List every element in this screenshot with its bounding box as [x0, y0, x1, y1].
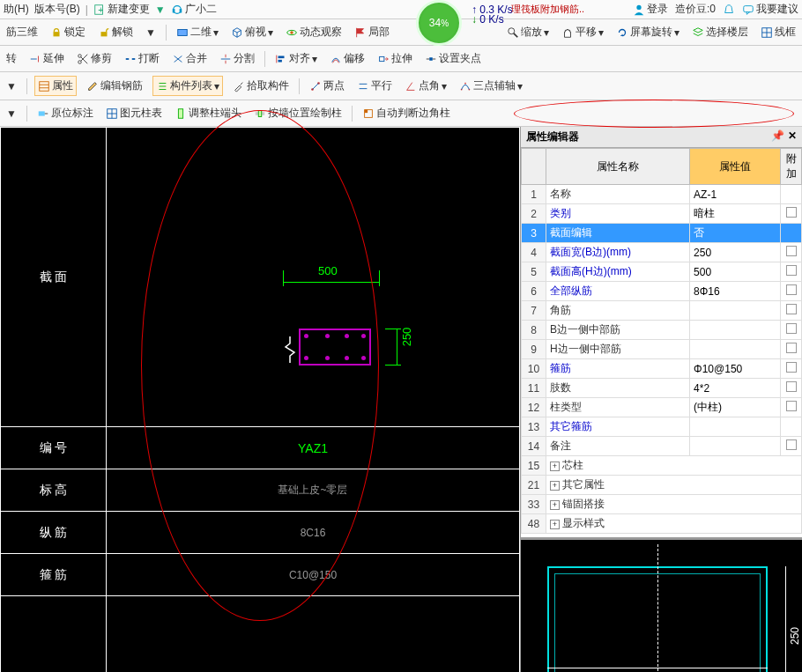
dim-width: 500: [318, 264, 338, 277]
property-table[interactable]: 属性名称 属性值 附加 1名称AZ-12类别暗柱3截面编辑否4截面宽(B边)(m…: [521, 148, 802, 534]
notification-icon[interactable]: [723, 4, 735, 16]
adj-col-end-button[interactable]: 调整柱端头: [172, 104, 244, 122]
menu-version[interactable]: 版本号(B): [34, 2, 80, 17]
wireframe-button[interactable]: 线框: [758, 23, 798, 41]
unlock-button[interactable]: 解锁: [95, 23, 136, 41]
three-aux-axis-button[interactable]: 三点辅轴 ▾: [457, 77, 525, 95]
flag-icon: [354, 26, 367, 39]
view-dropdown[interactable]: ▼: [143, 25, 159, 41]
two-point-button[interactable]: 两点: [307, 77, 347, 95]
elev-value: 基础上皮~零层: [278, 484, 347, 496]
property-group-row[interactable]: 48+显示样式: [522, 514, 802, 534]
property-row[interactable]: 4截面宽(B边)(mm)250: [522, 243, 802, 262]
top-view-button[interactable]: 俯视 ▾: [228, 23, 276, 41]
property-row[interactable]: 7角筋: [522, 301, 802, 321]
offset-button[interactable]: 偏移: [327, 49, 368, 68]
attach-checkbox[interactable]: [786, 439, 797, 450]
select-floor-button[interactable]: 选择楼层: [689, 23, 751, 41]
break-button[interactable]: 打断: [122, 49, 162, 68]
two-pt-icon: [309, 80, 322, 92]
property-row[interactable]: 1名称AZ-1: [522, 185, 802, 204]
svg-line-13: [514, 33, 517, 36]
parallel-button[interactable]: 平行: [354, 77, 395, 95]
expand-icon[interactable]: +: [550, 520, 560, 529]
align-button[interactable]: 对齐 ▾: [272, 49, 320, 68]
grip-button[interactable]: 设置夹点: [422, 49, 484, 68]
attach-checkbox[interactable]: [786, 304, 797, 314]
property-row[interactable]: 12柱类型(中柱): [522, 398, 802, 417]
attribute-button[interactable]: 属性: [34, 76, 77, 96]
extend-button[interactable]: 延伸: [26, 49, 67, 68]
attach-checkbox[interactable]: [786, 323, 797, 334]
pencil-icon: [86, 80, 99, 92]
split-button[interactable]: 分割: [217, 49, 257, 68]
property-group-row[interactable]: 21+其它属性: [522, 476, 802, 495]
property-row[interactable]: 2类别暗柱: [522, 204, 802, 224]
expand-icon[interactable]: +: [550, 462, 560, 471]
close-icon[interactable]: ✕: [788, 129, 797, 144]
component-list-button[interactable]: 构件列表 ▾: [152, 76, 223, 96]
property-group-row[interactable]: 33+锚固搭接: [522, 495, 802, 514]
property-row[interactable]: 8B边一侧中部筋: [522, 321, 802, 340]
cost-beans[interactable]: 造价豆:0: [675, 2, 716, 17]
property-row[interactable]: 14备注: [522, 437, 802, 456]
speed-badge[interactable]: 34%: [416, 0, 462, 46]
cad-canvas[interactable]: 截 面 500 250: [0, 127, 520, 672]
2d-button[interactable]: 二维 ▾: [174, 23, 221, 41]
col-name[interactable]: 属性名称: [546, 149, 690, 185]
expand-icon[interactable]: +: [550, 500, 560, 510]
lock-button[interactable]: 锁定: [48, 23, 88, 41]
attach-checkbox[interactable]: [786, 265, 797, 276]
pan-button[interactable]: 平移 ▾: [559, 23, 606, 41]
suggest-link[interactable]: 我要建议: [742, 2, 798, 17]
point-angle-button[interactable]: 点角 ▾: [402, 77, 449, 95]
section-preview[interactable]: 250 250 125 125: [521, 537, 802, 672]
property-row[interactable]: 3截面编辑否: [522, 224, 802, 243]
menu-guangxiaoer[interactable]: 广小二: [171, 2, 217, 17]
col-table-button[interactable]: 图元柱表: [103, 104, 165, 122]
menu-dropdown[interactable]: ▼: [155, 4, 166, 16]
login-link[interactable]: 登录: [633, 2, 668, 17]
merge-button[interactable]: 合并: [169, 49, 210, 68]
rebar-3d-button[interactable]: 筋三维: [4, 23, 41, 41]
attach-checkbox[interactable]: [786, 362, 797, 373]
gen-dropdown[interactable]: ▼: [4, 78, 19, 94]
property-row[interactable]: 6全部纵筋8Φ16: [522, 282, 802, 301]
property-row[interactable]: 9H边一侧中部筋: [522, 340, 802, 359]
orig-label-button[interactable]: 原位标注: [34, 104, 96, 122]
property-row[interactable]: 11肢数4*2: [522, 379, 802, 398]
rotate-button[interactable]: 转: [4, 49, 19, 68]
menu-help[interactable]: 助(H): [4, 2, 29, 17]
draw-by-wall-button[interactable]: 按墙位置绘制柱: [251, 104, 345, 122]
local-zoom-button[interactable]: 局部: [352, 23, 392, 41]
dyn-observe-button[interactable]: 动态观察: [283, 23, 345, 41]
menu-new-change[interactable]: +新建变更: [93, 2, 150, 17]
file-tab[interactable]: 理筏板附加钢筋..: [511, 3, 584, 16]
property-row[interactable]: 5截面高(H边)(mm)500: [522, 262, 802, 282]
svg-point-5: [636, 4, 641, 9]
property-group-row[interactable]: 15+芯柱: [522, 456, 802, 476]
attach-checkbox[interactable]: [786, 381, 797, 392]
attach-checkbox[interactable]: [786, 207, 797, 218]
pick-component-button[interactable]: 拾取构件: [230, 77, 292, 95]
screen-rotate-button[interactable]: 屏幕旋转 ▾: [613, 23, 682, 41]
property-row[interactable]: 13其它箍筋: [522, 417, 802, 437]
stretch-button[interactable]: 拉伸: [375, 49, 415, 68]
svg-rect-6: [744, 5, 754, 11]
col-value[interactable]: 属性值: [690, 149, 781, 185]
expand-icon[interactable]: +: [550, 481, 560, 491]
property-row[interactable]: 10箍筋Φ10@150: [522, 359, 802, 379]
zoom-button[interactable]: 缩放 ▾: [504, 23, 552, 41]
auto-edge-col-button[interactable]: 自动判断边角柱: [360, 104, 453, 122]
pin-icon[interactable]: 📌: [771, 129, 784, 144]
grid-icon: [761, 26, 773, 39]
trim-button[interactable]: 修剪: [74, 49, 115, 68]
edit-rebar-button[interactable]: 编辑钢筋: [84, 77, 145, 95]
wall-col-icon: [254, 107, 266, 120]
attach-checkbox[interactable]: [786, 246, 797, 256]
gen-dropdown-2[interactable]: ▼: [4, 106, 19, 122]
attach-checkbox[interactable]: [786, 284, 797, 295]
attach-checkbox[interactable]: [786, 343, 797, 353]
attach-checkbox[interactable]: [786, 401, 797, 411]
col-attach[interactable]: 附加: [781, 149, 802, 185]
